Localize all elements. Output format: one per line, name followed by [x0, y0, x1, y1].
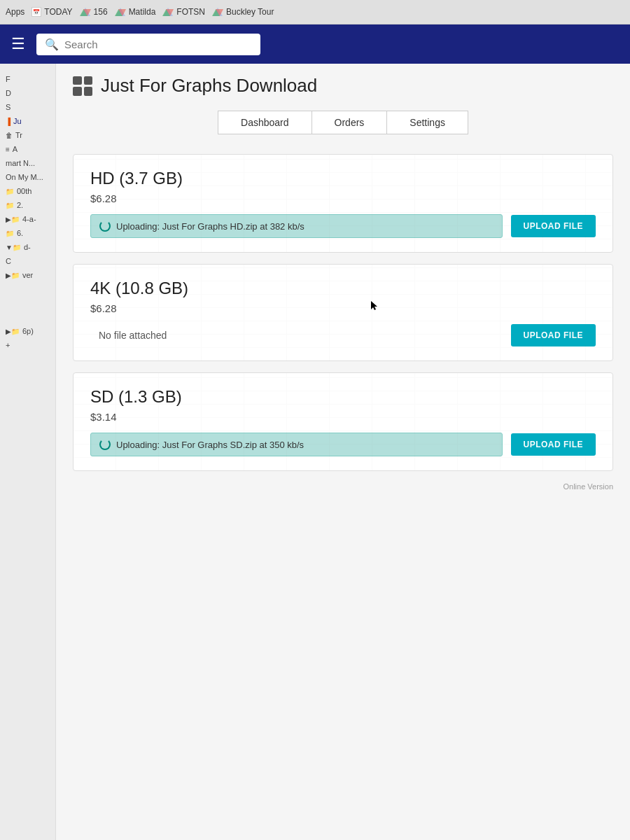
tab-today[interactable]: 📅 TODAY: [31, 7, 72, 17]
card-sd-status: Uploading: Just For Graphs SD.zip at 350…: [90, 433, 503, 456]
page-title: Just For Graphs Download: [101, 75, 317, 97]
tab-156-label: 156: [94, 7, 108, 17]
sidebar-item-d[interactable]: D: [0, 86, 55, 100]
card-4k-status: No file attached: [90, 324, 503, 346]
tab-matilda[interactable]: Matilda: [115, 7, 156, 17]
nav-orders[interactable]: Orders: [312, 111, 387, 134]
sidebar-item-blank2: [0, 296, 55, 310]
sidebar-item-6[interactable]: 📁 6.: [0, 226, 55, 240]
app-header: ☰ 🔍: [0, 24, 630, 64]
sidebar: F D S ▐ Ju 🗑 Tr ≡ A mart N... On My M...…: [0, 64, 56, 840]
sidebar-item-ver[interactable]: ▶📁 ver: [0, 268, 55, 282]
page-title-row: Just For Graphs Download: [73, 75, 613, 97]
card-sd: SD (1.3 GB) $3.14 Uploading: Just For Gr…: [73, 372, 613, 471]
search-input[interactable]: [64, 38, 252, 50]
tab-buckley-label: Buckley Tour: [226, 7, 274, 17]
sidebar-item-c[interactable]: C: [0, 254, 55, 268]
card-sd-title: SD (1.3 GB): [90, 387, 596, 407]
search-icon: 🔍: [45, 38, 59, 51]
tab-matilda-label: Matilda: [129, 7, 156, 17]
gdrive-icon-matilda: [115, 7, 126, 17]
search-bar[interactable]: 🔍: [36, 34, 260, 55]
apps-label: Apps: [6, 7, 24, 17]
tab-fotsn[interactable]: FOTSN: [162, 7, 205, 17]
sidebar-item-a[interactable]: ≡ A: [0, 142, 55, 156]
card-4k-upload-row: No file attached UPLOAD FILE: [90, 324, 596, 346]
sidebar-item-mart[interactable]: mart N...: [0, 156, 55, 170]
sidebar-item-ju[interactable]: ▐ Ju: [0, 114, 55, 128]
card-sd-status-text: Uploading: Just For Graphs SD.zip at 350…: [116, 440, 304, 450]
gdrive-icon-fotsn: [162, 7, 174, 17]
card-4k: 4K (10.8 GB) $6.28 No file attached UPLO…: [73, 264, 613, 361]
card-4k-price: $6.28: [90, 302, 596, 314]
sidebar-item-f[interactable]: F: [0, 72, 55, 86]
card-hd-status: Uploading: Just For Graphs HD.zip at 382…: [90, 214, 503, 238]
sidebar-item-6p[interactable]: ▶📁 6p): [0, 324, 55, 338]
sidebar-item-d2[interactable]: ▼📁 d-: [0, 240, 55, 254]
grid-icon: [73, 76, 92, 96]
gdrive-icon-buckley: [212, 7, 223, 17]
nav-settings[interactable]: Settings: [386, 111, 468, 134]
sidebar-plus[interactable]: +: [0, 338, 55, 352]
gdrive-icon-156: [80, 7, 91, 17]
sidebar-item-blank1: [0, 282, 55, 296]
sidebar-item-s[interactable]: S: [0, 100, 55, 114]
sidebar-item-tr[interactable]: 🗑 Tr: [0, 128, 55, 142]
card-hd-status-text: Uploading: Just For Graphs HD.zip at 382…: [116, 221, 304, 232]
sidebar-item-4a[interactable]: ▶📁 4-a-: [0, 212, 55, 226]
card-sd-price: $3.14: [90, 411, 596, 423]
sidebar-item-2[interactable]: 📁 2.: [0, 198, 55, 212]
browser-tab-bar: Apps 📅 TODAY 156 Matilda FOTSN: [0, 0, 630, 24]
menu-icon[interactable]: ☰: [11, 36, 25, 52]
tab-fotsn-label: FOTSN: [176, 7, 205, 17]
card-hd-upload-btn[interactable]: UPLOAD FILE: [511, 215, 596, 237]
sidebar-item-blank3: [0, 310, 55, 324]
card-sd-upload-btn[interactable]: UPLOAD FILE: [511, 433, 596, 456]
card-hd: HD (3.7 GB) $6.28 Uploading: Just For Gr…: [73, 154, 613, 253]
sidebar-item-onmy[interactable]: On My M...: [0, 170, 55, 184]
page-body: Just For Graphs Download Dashboard Order…: [56, 64, 630, 840]
nav-dashboard[interactable]: Dashboard: [218, 111, 312, 134]
nav-buttons: Dashboard Orders Settings: [73, 111, 613, 134]
today-label: TODAY: [44, 7, 72, 17]
card-4k-status-text: No file attached: [99, 330, 167, 341]
tab-apps[interactable]: Apps: [6, 7, 24, 17]
sd-spin-icon: [99, 439, 111, 450]
tab-buckley[interactable]: Buckley Tour: [212, 7, 274, 17]
card-hd-title: HD (3.7 GB): [90, 169, 596, 188]
today-icon: 📅: [31, 7, 41, 17]
card-hd-price: $6.28: [90, 192, 596, 204]
tab-156[interactable]: 156: [80, 7, 108, 17]
card-sd-upload-row: Uploading: Just For Graphs SD.zip at 350…: [90, 433, 596, 456]
card-4k-title: 4K (10.8 GB): [90, 279, 596, 298]
main-content: F D S ▐ Ju 🗑 Tr ≡ A mart N... On My M...…: [0, 64, 630, 840]
online-version-label: Online Version: [73, 482, 613, 491]
card-4k-upload-btn[interactable]: UPLOAD FILE: [511, 324, 596, 346]
card-hd-upload-row: Uploading: Just For Graphs HD.zip at 382…: [90, 214, 596, 238]
sidebar-item-00th[interactable]: 📁 00th: [0, 184, 55, 198]
hd-spin-icon: [99, 220, 111, 232]
